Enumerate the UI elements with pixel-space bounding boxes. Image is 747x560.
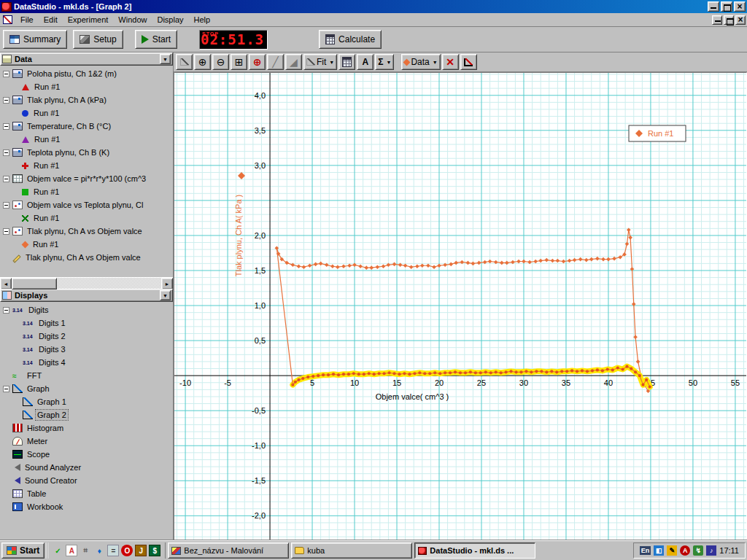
data-tree-item[interactable]: Objem valce vs Teplota plynu, Cl (0, 198, 173, 211)
collapse-toggle-icon[interactable] (3, 97, 9, 104)
scroll-left-arrow[interactable]: ◄ (0, 278, 12, 289)
data-run-item[interactable]: Run #1 (0, 185, 173, 198)
display-child-item[interactable]: 3.14Digits 3 (0, 343, 173, 356)
quicklaunch-calculator-icon[interactable]: = (107, 545, 119, 556)
display-tree-item[interactable]: Scope (0, 448, 173, 461)
graph-plot[interactable]: -10-55101520253035404550554,03,53,02,01,… (174, 73, 746, 540)
slope-tool-button[interactable]: ╱ (267, 54, 284, 70)
data-run-item[interactable]: Run #1 (0, 106, 173, 120)
quicklaunch-pdf-icon[interactable]: A (66, 545, 77, 556)
data-dropdown[interactable]: Data▼ (401, 54, 440, 70)
display-child-item[interactable]: 3.14Digits 2 (0, 330, 173, 343)
restore-button[interactable] (721, 1, 732, 12)
x-axis-title[interactable]: Objem valce( cm^3 ) (376, 392, 449, 401)
data-run-item[interactable]: Run #1 (0, 238, 173, 251)
data-panel-header[interactable]: Data ▼ (0, 52, 173, 66)
display-child-item[interactable]: Graph 1 (0, 395, 173, 408)
summary-button[interactable]: Summary (3, 30, 67, 49)
mdi-minimize-button[interactable] (712, 15, 722, 25)
scroll-right-arrow[interactable]: ► (161, 278, 173, 289)
tray-volume-icon[interactable]: ♪ (706, 545, 716, 556)
menu-edit[interactable]: Edit (39, 14, 63, 26)
series-line-upper-branch[interactable] (276, 230, 648, 391)
tray-network-icon[interactable]: ↯ (693, 545, 703, 556)
display-tree-item[interactable]: Sound Analyzer (0, 461, 173, 474)
display-tree-item[interactable]: Sound Creator (0, 474, 173, 487)
zoom-in-button[interactable]: ⊕ (194, 54, 211, 70)
minimize-button[interactable] (708, 1, 719, 12)
scrollbar-track[interactable] (12, 278, 161, 289)
menu-window[interactable]: Window (113, 14, 152, 26)
scrollbar-thumb[interactable] (12, 278, 57, 289)
fit-dropdown[interactable]: Fit▼ (303, 54, 337, 70)
delete-button[interactable]: ✕ (442, 54, 459, 70)
quicklaunch-opera-icon[interactable]: O (121, 545, 133, 556)
scale-to-fit-button[interactable] (176, 54, 193, 70)
collapse-toggle-icon[interactable] (3, 307, 9, 314)
calculator-button[interactable] (338, 54, 355, 70)
mdi-close-button[interactable] (735, 15, 746, 25)
datastudio-app-icon[interactable] (1, 2, 12, 12)
collapse-toggle-icon[interactable] (3, 386, 9, 392)
start-menu-button[interactable]: Start (1, 542, 44, 559)
task-button-folder[interactable]: kuba (291, 542, 412, 559)
quicklaunch-money-icon[interactable]: $ (149, 545, 160, 556)
clock[interactable]: 17:11 (719, 546, 739, 555)
zoom-select-button[interactable]: ⊞ (231, 54, 247, 70)
data-run-item[interactable]: Run #1 (0, 211, 173, 225)
calculate-button[interactable]: Calculate (319, 30, 382, 49)
display-tree-item[interactable]: Meter (0, 435, 173, 448)
collapse-toggle-icon[interactable] (3, 228, 9, 235)
data-run-item[interactable]: Run #1 (0, 80, 173, 93)
quicklaunch-java-icon[interactable]: J (135, 545, 147, 556)
graph-settings-button[interactable] (460, 54, 477, 70)
quicklaunch-devices-icon[interactable]: ⌗ (80, 545, 91, 556)
data-tree-item[interactable]: Tlak plynu, Ch A (kPa) (0, 93, 173, 106)
collapse-toggle-icon[interactable] (3, 202, 9, 209)
display-child-item[interactable]: Graph 2 (0, 408, 173, 421)
data-tree-item[interactable]: Tlak plynu, Ch A vs Objem valce (0, 251, 173, 264)
collapse-toggle-icon[interactable] (3, 123, 9, 130)
display-child-item[interactable]: 3.14Digits 4 (0, 356, 173, 369)
text-annotation-button[interactable]: A (357, 54, 374, 70)
menu-experiment[interactable]: Experiment (63, 14, 114, 26)
display-tree-item[interactable]: Workbook (0, 500, 173, 513)
display-tree-item[interactable]: Table (0, 487, 173, 500)
collapse-toggle-icon[interactable] (3, 149, 9, 156)
collapse-toggle-icon[interactable] (3, 71, 9, 77)
keyboard-layout-indicator[interactable]: En (640, 546, 651, 555)
task-button-datastudio[interactable]: DataStudio - mkl.ds ... (414, 542, 535, 559)
zoom-out-button[interactable]: ⊖ (212, 54, 229, 70)
display-tree-item[interactable]: ≈FFT (0, 369, 173, 382)
displays-panel-dropdown-arrow[interactable]: ▼ (160, 290, 171, 300)
collapse-toggle-icon[interactable] (3, 176, 9, 182)
quicklaunch-notes-icon[interactable]: ✓ (52, 545, 63, 556)
data-tree-item[interactable]: Poloha pistu, Ch 1&2 (m) (0, 67, 173, 80)
data-run-item[interactable]: Run #1 (0, 133, 173, 146)
tray-antivirus-icon[interactable]: A (680, 545, 690, 556)
title-bar[interactable]: DataStudio - mkl.ds - [Graph 2] (0, 0, 747, 13)
setup-button[interactable]: Setup (73, 30, 123, 49)
task-button-paint[interactable]: Bez_názvu - Malování (168, 542, 289, 559)
close-button[interactable] (734, 1, 746, 12)
menu-display[interactable]: Display (152, 14, 188, 26)
start-button[interactable]: Start (135, 30, 177, 49)
data-tree-hscrollbar[interactable]: ◄ ► (0, 277, 173, 289)
statistics-dropdown[interactable]: Σ▼ (375, 54, 394, 70)
mdi-restore-button[interactable] (724, 15, 734, 25)
display-tree-item[interactable]: Graph (0, 382, 173, 395)
series-line-closing-transition[interactable] (276, 248, 293, 384)
display-child-item[interactable]: 3.14Digits 1 (0, 316, 173, 330)
mdi-child-icon[interactable] (3, 15, 12, 24)
menu-help[interactable]: Help (189, 14, 216, 26)
smart-tool-button[interactable]: ⊕ (249, 54, 266, 70)
legend[interactable]: Run #1 (629, 125, 686, 141)
data-tree-item[interactable]: Temperature, Ch B (°C) (0, 120, 173, 133)
display-tree-item[interactable]: 3.14Digits (0, 303, 173, 316)
quicklaunch-media-icon[interactable]: ♦ (93, 545, 105, 556)
display-tree-item[interactable]: Histogram (0, 421, 173, 435)
data-tree-item[interactable]: Teplota plynu, Ch B (K) (0, 146, 173, 159)
data-tree-item[interactable]: Objem valce = pi*r*r*y*100 (cm^3 (0, 172, 173, 185)
data-tree-item[interactable]: Tlak plynu, Ch A vs Objem valce (0, 225, 173, 238)
data-run-item[interactable]: Run #1 (0, 159, 173, 172)
